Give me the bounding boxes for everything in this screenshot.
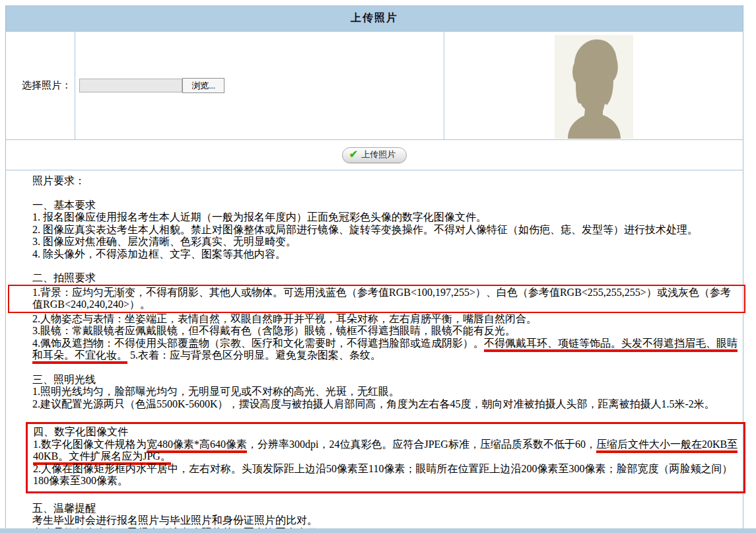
upload-button-row: ✔ 上传照片 (6, 139, 743, 170)
upload-photo-panel: 上传照片 选择照片： 浏览... ✔ 上传照片 照片要求： 一、基本要求1. 报… (5, 5, 743, 533)
select-photo-row: 选择照片： 浏览... (6, 31, 743, 139)
requirements-section: 三、照明光线1.照明光线均匀，脸部曝光均匀，无明显可见或不对称的高光、光斑，无红… (32, 374, 738, 411)
photo-requirements: 照片要求： 一、基本要求1. 报名图像应使用报名考生本人近期（一般为报名年度内）… (6, 170, 743, 533)
requirement-text: 5.衣着：应与背景色区分明显。避免复杂图案、条纹。 (127, 349, 381, 361)
requirement-text: 1.照明光线均匀，脸部曝光均匀，无明显可见或不对称的高光、光斑，无红眼。 (32, 386, 399, 397)
check-icon: ✔ (349, 149, 358, 160)
page-title: 上传照片 (6, 5, 743, 31)
select-photo-label: 选择照片： (6, 32, 75, 139)
requirements-section: 二、拍照要求1.背景：应均匀无渐变，不得有阴影、其他人或物体。可选用浅蓝色（参考… (32, 272, 738, 362)
requirements-item: 1.照明光线均匀，脸部曝光均匀，无明显可见或不对称的高光、光斑，无红眼。 (32, 386, 738, 398)
requirements-item: 3.眼镜：常戴眼镜者应佩戴眼镜，但不得戴有色（含隐形）眼镜，镜框不得遮挡眼睛，眼… (32, 325, 738, 338)
file-path-input[interactable] (79, 79, 182, 92)
requirements-item: 2.人物姿态与表情：坐姿端正，表情自然，双眼自然睁开并平视，耳朵对称，左右肩膀平… (32, 313, 738, 326)
requirements-item: 1.背景：应均匀无渐变，不得有阴影、其他人或物体。可选用浅蓝色（参考值RGB<1… (8, 285, 745, 313)
requirement-text: 2.人物姿态与表情：坐姿端正，表情自然，双眼自然睁开并平视，耳朵对称，左右肩膀平… (32, 313, 537, 324)
requirements-item: 2.人像在图像矩形框内水平居中，左右对称。头顶发际距上边沿50像素至110像素；… (33, 463, 738, 487)
requirements-section-heading: 三、照明光线 (32, 374, 738, 386)
requirement-text: 4. 除头像外，不得添加边框、文字、图案等其他内容。 (32, 248, 286, 260)
requirements-section-heading: 五、温馨提醒 (32, 503, 738, 515)
requirement-text: 2.人像在图像矩形框内水平居中，左右对称。头顶发际距上边沿50像素至110像素；… (33, 463, 732, 487)
requirement-text: ，分辨率300dpi，24位真彩色。应符合JPEG标准，压缩品质系数不低于60， (247, 439, 596, 450)
requirements-intro: 照片要求： (32, 175, 738, 188)
requirements-item: 1.数字化图像文件规格为宽480像素*高640像素，分辨率300dpi，24位真… (33, 439, 738, 463)
file-picker-cell: 浏览... (75, 32, 444, 139)
requirements-item: 4.佩饰及遮挡物：不得使用头部覆盖物（宗教、医疗和文化需要时，不得遮挡脸部或造成… (32, 338, 738, 362)
requirements-item: 考生毕业时会进行报名照片与毕业照片和身份证照片的比对。 (32, 515, 738, 527)
requirement-text: 1. 报名图像应使用报名考生本人近期（一般为报名年度内）正面免冠彩色头像的数字化… (32, 211, 487, 223)
placeholder-portrait-silhouette (555, 35, 633, 139)
requirements-item: 4. 除头像外，不得添加边框、文字、图案等其他内容。 (32, 248, 738, 261)
requirements-item: 2.建议配置光源两只（色温5500K-5600K），摆设高度与被拍摄人肩部同高，… (32, 398, 738, 411)
requirements-section-heading: 一、基本要求 (32, 199, 738, 212)
requirements-section-heading: 二、拍照要求 (32, 272, 738, 285)
requirement-text: 3. 图像应对焦准确、层次清晰、色彩真实、无明显畸变。 (32, 236, 296, 247)
requirements-item: 3. 图像应对焦准确、层次清晰、色彩真实、无明显畸变。 (32, 236, 738, 248)
requirements-item: 1. 报名图像应使用报名考生本人近期（一般为报名年度内）正面免冠彩色头像的数字化… (32, 211, 738, 224)
requirement-text: 2. 图像应真实表达考生本人相貌。禁止对图像整体或局部进行镜像、旋转等变换操作。… (32, 224, 698, 235)
upload-photo-button[interactable]: ✔ 上传照片 (342, 147, 407, 163)
requirements-item: 2. 图像应真实表达考生本人相貌。禁止对图像整体或局部进行镜像、旋转等变换操作。… (32, 224, 738, 236)
requirements-section: 一、基本要求1. 报名图像应使用报名考生本人近期（一般为报名年度内）正面免冠彩色… (32, 199, 738, 261)
upload-button-label: 上传照片 (361, 149, 395, 160)
requirements-section-heading: 四、数字化图像文件 (33, 426, 738, 439)
browse-button[interactable]: 浏览... (182, 78, 224, 93)
photo-preview-cell (444, 32, 743, 139)
requirement-text: 1.数字化图像文件规格为 (33, 439, 147, 450)
requirement-text: 2.建议配置光源两只（色温5500K-5600K），摆设高度与被拍摄人肩部同高，… (32, 398, 715, 409)
requirement-text: 3.眼镜：常戴眼镜者应佩戴眼镜，但不得戴有色（含隐形）眼镜，镜框不得遮挡眼睛，眼… (32, 325, 516, 336)
requirements-section: 四、数字化图像文件1.数字化图像文件规格为宽480像素*高640像素，分辨率30… (26, 422, 745, 493)
requirement-text: 4.佩饰及遮挡物：不得使用头部覆盖物（宗教、医疗和文化需要时，不得遮挡脸部或造成… (32, 338, 484, 349)
bottom-divider-bar (0, 528, 756, 533)
requirement-text: 1.背景：应均匀无渐变，不得有阴影、其他人或物体。可选用浅蓝色（参考值RGB<1… (32, 287, 731, 310)
requirement-text: 考生毕业时会进行报名照片与毕业照片和身份证照片的比对。 (32, 515, 318, 526)
